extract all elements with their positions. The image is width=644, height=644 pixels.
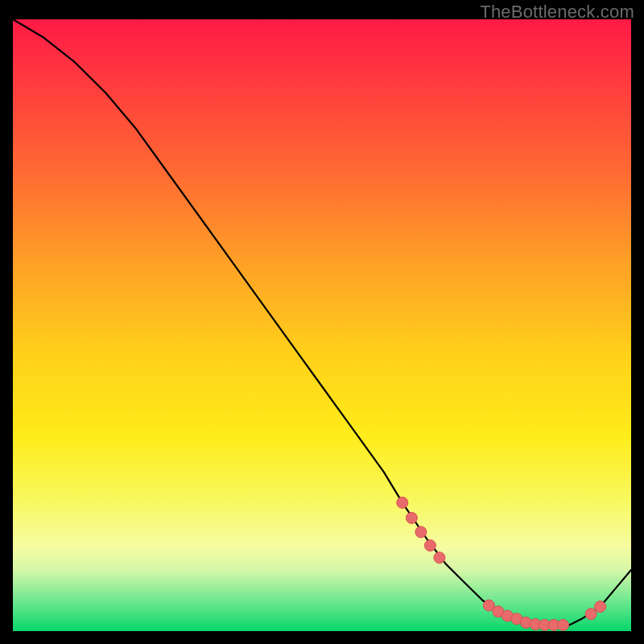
curve-marker (415, 526, 427, 538)
curve-marker (585, 609, 597, 620)
curve-marker (397, 497, 408, 508)
bottleneck-curve (13, 19, 631, 625)
chart-stage: TheBottleneck.com (0, 0, 644, 644)
curve-markers (397, 497, 606, 630)
curve-marker (558, 619, 569, 630)
curve-marker (406, 512, 417, 523)
plot-area (13, 19, 631, 631)
curve-marker (595, 601, 606, 613)
curve-marker (424, 540, 436, 551)
chart-svg (13, 19, 631, 631)
curve-marker (434, 552, 445, 564)
